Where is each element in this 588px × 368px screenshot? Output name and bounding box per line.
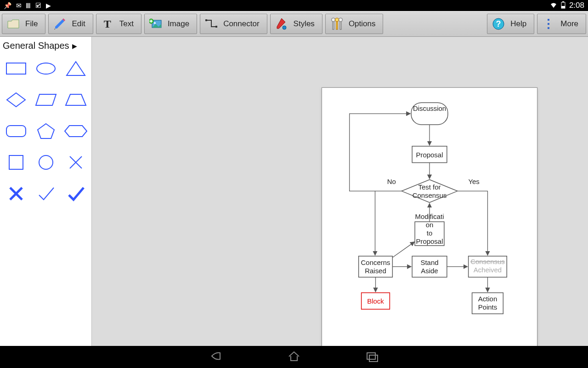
svg-rect-40 <box>367 353 375 359</box>
edit-button[interactable]: Edit <box>48 14 93 34</box>
clipboard-icon: 🗹 <box>35 2 41 10</box>
node-concerns[interactable]: Concerns Raised <box>359 256 393 277</box>
shape-check-thin[interactable] <box>32 180 60 207</box>
shape-triangle[interactable] <box>62 55 90 82</box>
svg-rect-41 <box>369 355 378 362</box>
node-discussion-label: Discussion <box>413 104 446 112</box>
help-label: Help <box>510 19 526 29</box>
connector-label: Connector <box>223 19 259 29</box>
canvas-area[interactable]: Discussion Proposal Test for Consensus <box>92 37 588 346</box>
styles-icon <box>275 17 288 30</box>
android-status-bar: 📌 ✉ 𝄃𝄃𝄃 🗹 ▶ 2:08 <box>0 0 588 11</box>
node-consensus-achieved[interactable]: Consensus Acheived <box>469 256 507 277</box>
node-discussion[interactable]: Discussion <box>411 103 448 125</box>
sidebar-header-label: General Shapes <box>3 40 69 51</box>
styles-button[interactable]: Styles <box>270 14 322 34</box>
folder-icon <box>7 17 20 30</box>
image-button[interactable]: Image <box>144 14 197 34</box>
text-button[interactable]: T Text <box>96 14 141 34</box>
svg-rect-6 <box>205 19 207 21</box>
node-action-points[interactable]: Action Points <box>472 293 503 314</box>
shape-rounded-rectangle[interactable] <box>2 117 30 145</box>
svg-point-4 <box>154 22 156 24</box>
svg-rect-20 <box>6 63 26 74</box>
svg-marker-24 <box>36 94 56 105</box>
svg-rect-17 <box>548 19 549 21</box>
shape-rectangle[interactable] <box>2 55 30 82</box>
svg-point-30 <box>39 155 53 169</box>
pin-icon: 📌 <box>4 2 11 10</box>
svg-rect-19 <box>548 27 549 29</box>
label-yes: Yes <box>468 178 479 185</box>
sidebar-category-header[interactable]: General Shapes ▶ <box>2 40 90 55</box>
action-l1: Action <box>478 295 497 303</box>
file-label: File <box>25 19 38 29</box>
svg-point-21 <box>37 63 55 74</box>
svg-rect-1 <box>562 1 564 2</box>
node-proposal[interactable]: Proposal <box>412 146 447 163</box>
file-button[interactable]: File <box>2 14 45 34</box>
shapes-sidebar: General Shapes ▶ <box>0 37 92 346</box>
concerns-l2: Raised <box>365 267 386 275</box>
consensus-l1: Consensus <box>470 258 505 265</box>
options-label: Options <box>349 19 376 29</box>
options-icon <box>330 17 343 30</box>
node-proposal-label: Proposal <box>416 151 443 159</box>
svg-point-14 <box>339 18 342 22</box>
edge-test-no <box>375 191 402 255</box>
more-button[interactable]: More <box>537 14 586 34</box>
node-test-consensus[interactable]: Test for Consensus <box>401 179 457 202</box>
mail-icon: ✉ <box>16 2 22 10</box>
help-button[interactable]: ? Help <box>487 14 534 34</box>
shape-parallelogram[interactable] <box>32 86 60 114</box>
more-label: More <box>560 19 578 29</box>
store-icon: ▶ <box>46 2 51 10</box>
connector-icon <box>205 17 218 30</box>
node-test-l1: Test for <box>418 183 441 191</box>
text-icon: T <box>101 17 114 30</box>
edit-label: Edit <box>72 19 85 29</box>
node-block[interactable]: Block <box>362 293 390 309</box>
nav-recent-button[interactable] <box>365 349 379 365</box>
image-icon <box>149 17 162 30</box>
svg-rect-26 <box>6 126 26 137</box>
shape-trapezoid[interactable] <box>62 86 90 114</box>
shape-cross-thick[interactable] <box>2 180 30 207</box>
svg-text:?: ? <box>496 19 501 29</box>
shape-ellipse[interactable] <box>32 55 60 82</box>
svg-marker-27 <box>38 124 54 138</box>
pencil-icon <box>53 17 66 30</box>
connector-button[interactable]: Connector <box>200 14 267 34</box>
svg-marker-22 <box>67 62 85 75</box>
svg-point-12 <box>335 18 339 22</box>
edge-test-yes <box>458 191 488 255</box>
node-test-l2: Consensus <box>413 191 447 199</box>
edge-loop-discussion <box>350 114 410 191</box>
consensus-l2: Acheived <box>474 266 502 274</box>
nav-back-button[interactable] <box>209 349 223 365</box>
shape-check-thick[interactable] <box>62 180 90 207</box>
svg-rect-18 <box>548 23 549 25</box>
mod-l4: Proposal <box>416 237 443 245</box>
svg-marker-23 <box>7 93 25 107</box>
action-l2: Points <box>478 303 497 311</box>
shape-hexagon[interactable] <box>62 117 90 145</box>
shape-pentagon[interactable] <box>32 117 60 145</box>
edge-concerns-mod <box>392 242 414 258</box>
stand-l1: Stand <box>421 259 439 266</box>
shape-circle[interactable] <box>32 149 60 176</box>
svg-point-10 <box>331 18 335 22</box>
shape-diamond[interactable] <box>2 86 30 114</box>
shape-square[interactable] <box>2 149 30 176</box>
shape-cross-thin[interactable] <box>62 149 90 176</box>
svg-marker-28 <box>65 126 87 137</box>
concerns-l1: Concerns <box>361 259 390 266</box>
canvas-page[interactable]: Discussion Proposal Test for Consensus <box>322 87 537 346</box>
mod-l3: to <box>427 229 432 237</box>
options-button[interactable]: Options <box>325 14 384 34</box>
node-stand-aside[interactable]: Stand Aside <box>412 256 447 277</box>
svg-marker-25 <box>66 94 86 105</box>
chevron-right-icon: ▶ <box>72 42 77 50</box>
nav-home-button[interactable] <box>287 349 301 365</box>
stand-l2: Aside <box>421 267 438 275</box>
